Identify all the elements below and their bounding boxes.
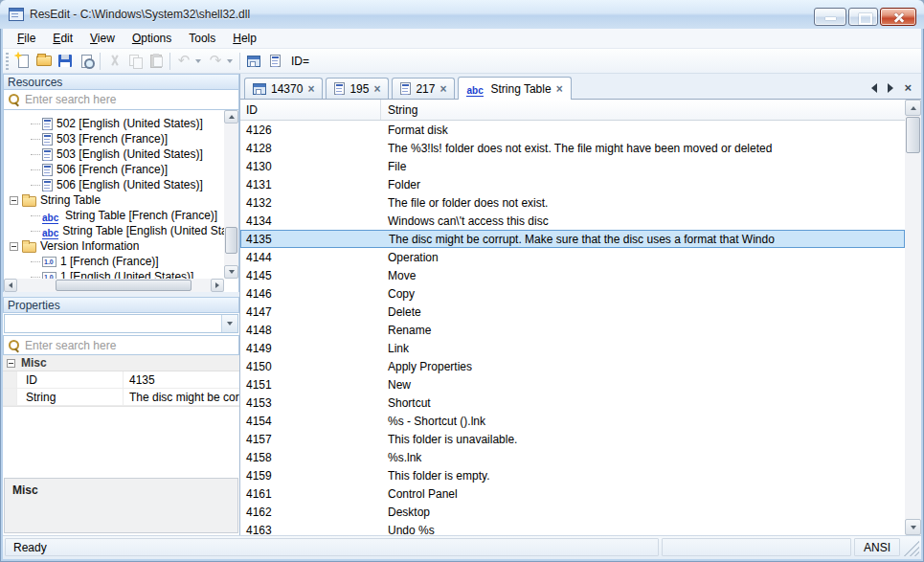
menu-item-tools[interactable]: Tools <box>180 30 224 47</box>
table-row[interactable]: 4154%s - Shortcut ().lnk <box>240 412 905 430</box>
tree-item[interactable]: 1 [English (United States)] <box>4 269 224 279</box>
table-row[interactable]: 4157This folder is unavailable. <box>240 430 905 448</box>
tab-close-icon[interactable] <box>556 84 563 94</box>
tree-item-label: String Table [English (United States)] <box>62 224 224 237</box>
property-row[interactable]: StringThe disc might be corrupt. Make su… <box>3 389 239 406</box>
table-row[interactable]: 4163Undo %s <box>240 521 905 535</box>
tree-item[interactable]: 506 [English (United States)] <box>4 177 224 192</box>
table-row[interactable]: 4146Copy <box>240 284 905 303</box>
collapse-box-icon[interactable] <box>10 242 18 251</box>
cell-string: The file or folder does not exist. <box>381 196 905 210</box>
tree-item[interactable]: Version Information <box>4 238 224 254</box>
menu-item-view[interactable]: View <box>81 30 124 47</box>
combo-dropdown-button[interactable] <box>221 315 237 332</box>
tab-close-icon[interactable] <box>307 84 314 94</box>
menu-resource-icon <box>334 82 345 95</box>
dialog-resource-button[interactable] <box>243 51 264 72</box>
tree-item[interactable]: 502 [English (United States)] <box>4 116 224 131</box>
table-row[interactable]: 4158%s.lnk <box>240 448 905 466</box>
resize-grip[interactable] <box>903 538 919 556</box>
properties-object-combobox[interactable] <box>4 314 238 333</box>
table-row[interactable]: 4148Rename <box>240 321 905 339</box>
title-bar[interactable]: ResEdit - C:\Windows\System32\shell32.dl… <box>0 0 924 29</box>
tree-vertical-scrollbar[interactable] <box>224 110 238 279</box>
property-row[interactable]: ID4135 <box>3 371 239 389</box>
open-folder-button[interactable] <box>34 51 55 72</box>
properties-search-input[interactable] <box>25 339 238 352</box>
table-row[interactable]: 4132The file or folder does not exist. <box>240 193 905 212</box>
print-preview-button[interactable] <box>76 51 97 72</box>
close-tab-button[interactable] <box>904 82 912 93</box>
menu-item-edit[interactable]: Edit <box>44 30 81 47</box>
column-header-id[interactable]: ID <box>240 100 381 120</box>
scroll-down-button[interactable] <box>224 265 238 279</box>
tab-14370[interactable]: 14370 <box>244 78 323 99</box>
minimize-button[interactable] <box>814 8 846 26</box>
table-row[interactable]: 4145Move <box>240 266 905 284</box>
maximize-button[interactable] <box>848 8 878 26</box>
table-row[interactable]: 4162Desktop <box>240 503 905 521</box>
tab-close-icon[interactable] <box>373 84 380 94</box>
property-value[interactable]: The disc might be corrupt. Make sure tha… <box>123 389 239 405</box>
table-row[interactable]: 4134Windows can\'t access this disc <box>240 212 905 230</box>
scroll-down-button[interactable] <box>905 519 921 535</box>
scroll-thumb[interactable] <box>56 280 192 291</box>
table-row[interactable]: 4161Control Panel <box>240 484 905 503</box>
tree-horizontal-scrollbar[interactable] <box>4 279 224 292</box>
scroll-up-button[interactable] <box>224 110 238 124</box>
new-file-button[interactable] <box>12 51 34 72</box>
table-row[interactable]: 4153Shortcut <box>240 393 905 412</box>
property-row-gutter <box>3 389 17 405</box>
tree-item[interactable]: 1 [French (France)] <box>4 254 224 269</box>
table-row[interactable]: 4128The %3!ls! folder does not exist. Th… <box>240 139 905 157</box>
table-row[interactable]: 4144Operation <box>240 248 905 266</box>
resedit-window: ResEdit - C:\Windows\System32\shell32.dl… <box>0 0 924 562</box>
scroll-tabs-right-button[interactable] <box>888 83 893 93</box>
menu-item-options[interactable]: Options <box>124 30 180 47</box>
scroll-thumb[interactable] <box>906 117 920 153</box>
property-value[interactable]: 4135 <box>123 371 239 388</box>
tab-close-icon[interactable] <box>439 84 446 94</box>
tree-item[interactable]: 503 [English (United States)] <box>4 146 224 162</box>
resources-search-input[interactable] <box>25 93 238 106</box>
menu-item-help[interactable]: Help <box>224 30 265 47</box>
tab-label: String Table <box>490 82 551 96</box>
tree-item[interactable]: String Table [French (France)] <box>4 208 224 223</box>
tab-195[interactable]: 195 <box>326 78 389 99</box>
close-button[interactable] <box>880 8 916 26</box>
tab-217[interactable]: 217 <box>392 78 455 99</box>
tab-string-table[interactable]: String Table <box>458 77 571 100</box>
collapse-box-icon[interactable] <box>7 359 15 368</box>
table-row[interactable]: 4131Folder <box>240 175 905 193</box>
scroll-thumb[interactable] <box>225 227 237 254</box>
scroll-tabs-left-button[interactable] <box>871 83 877 93</box>
property-group-row[interactable]: Misc <box>3 355 239 371</box>
table-row[interactable]: 4126Format disk <box>240 121 905 139</box>
collapse-box-icon[interactable] <box>10 196 18 205</box>
tab-navigation <box>871 82 921 99</box>
tree-item[interactable]: 506 [French (France)] <box>4 162 224 177</box>
table-row[interactable]: 4147Delete <box>240 303 905 321</box>
table-row[interactable]: 4159This folder is empty. <box>240 466 905 484</box>
table-row[interactable]: 4130File <box>240 157 905 175</box>
tree-item-label: 503 [French (France)] <box>56 132 168 146</box>
table-row[interactable]: 4150Apply Properties <box>240 357 905 375</box>
table-vertical-scrollbar[interactable] <box>905 100 921 535</box>
table-row[interactable]: 4135The disc might be corrupt. Make sure… <box>240 230 905 248</box>
tree-item[interactable]: String Table <box>4 192 224 208</box>
scroll-right-button[interactable] <box>211 279 224 292</box>
menu-resource-button[interactable] <box>264 51 285 72</box>
tree-item-label: 502 [English (United States)] <box>56 117 203 130</box>
cell-id: 4128 <box>240 142 381 155</box>
table-row[interactable]: 4149Link <box>240 339 905 357</box>
toolbar-grip[interactable] <box>6 53 9 70</box>
scroll-left-button[interactable] <box>4 279 17 292</box>
menu-item-file[interactable]: File <box>9 30 44 47</box>
cell-string: Apply Properties <box>381 360 905 373</box>
table-row[interactable]: 4151New <box>240 375 905 393</box>
column-header-string[interactable]: String <box>381 100 921 120</box>
tree-item[interactable]: String Table [English (United States)] <box>4 223 224 238</box>
scroll-up-button[interactable] <box>905 100 921 116</box>
tree-item[interactable]: 503 [French (France)] <box>4 131 224 146</box>
save-button[interactable] <box>55 51 76 72</box>
